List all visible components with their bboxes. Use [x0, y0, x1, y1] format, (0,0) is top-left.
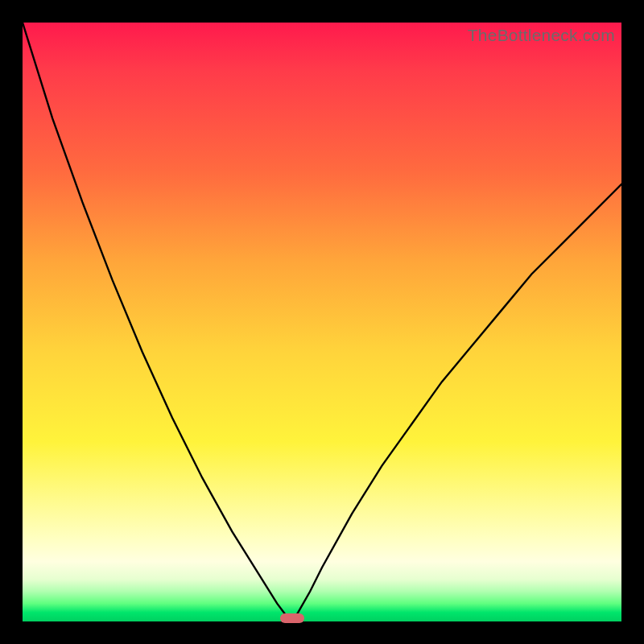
- chart-frame: TheBottleneck.com: [0, 0, 644, 644]
- optimum-marker: [280, 613, 304, 623]
- left-curve-path: [23, 23, 292, 621]
- bottleneck-curve: [23, 23, 621, 621]
- right-curve-path: [292, 184, 621, 621]
- watermark-text: TheBottleneck.com: [468, 26, 615, 45]
- plot-area: TheBottleneck.com: [23, 23, 621, 621]
